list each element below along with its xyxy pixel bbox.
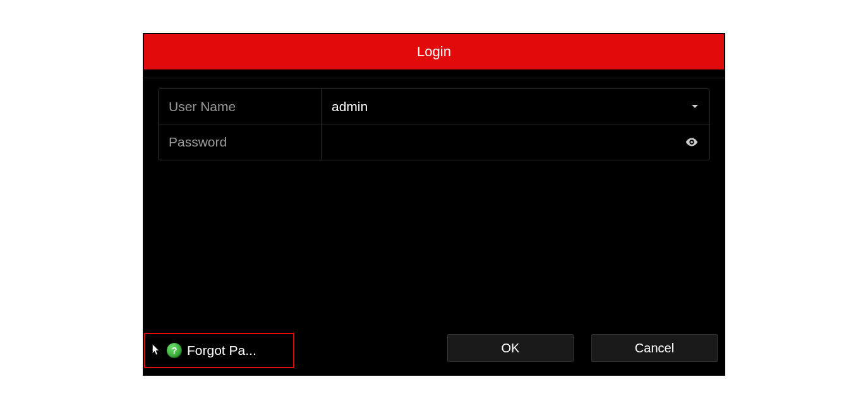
dialog-body: User Name admin Password xyxy=(144,69,724,374)
username-label: User Name xyxy=(159,89,322,124)
eye-icon[interactable] xyxy=(684,135,699,150)
username-row: User Name admin xyxy=(159,89,709,124)
password-input[interactable] xyxy=(332,135,684,150)
chevron-down-icon xyxy=(690,102,699,111)
login-dialog: Login User Name admin Password xyxy=(143,33,725,376)
button-group: OK Cancel xyxy=(447,334,718,362)
dialog-titlebar: Login xyxy=(144,34,724,69)
login-form: User Name admin Password xyxy=(158,88,710,160)
username-dropdown[interactable]: admin xyxy=(322,89,709,124)
username-value: admin xyxy=(332,99,690,114)
dialog-footer: ? Forgot Pa... OK Cancel xyxy=(144,329,724,374)
password-row: Password xyxy=(159,124,709,160)
help-icon: ? xyxy=(167,343,182,358)
forgot-password-label: Forgot Pa... xyxy=(187,343,256,358)
cursor-icon xyxy=(152,344,162,357)
password-label: Password xyxy=(159,124,322,160)
cancel-button[interactable]: Cancel xyxy=(591,334,718,362)
forgot-password-button[interactable]: ? Forgot Pa... xyxy=(144,333,294,368)
dialog-title: Login xyxy=(417,44,451,60)
separator xyxy=(144,78,724,78)
ok-button[interactable]: OK xyxy=(447,334,574,362)
password-field-wrap xyxy=(322,124,709,160)
